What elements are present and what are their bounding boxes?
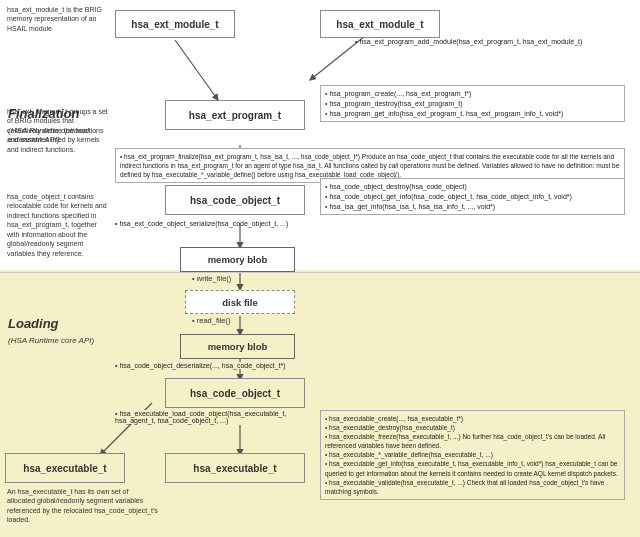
serialize-bullet: • hsa_ext_code_object_serialize(hsa_code… <box>115 220 325 227</box>
write-file-label: • write_file() <box>192 274 231 283</box>
deserialize-bullet: • hsa_code_object_deserialize(..., hsa_c… <box>115 362 325 369</box>
hsa-code-object-t-bottom-box: hsa_code_object_t <box>165 378 305 408</box>
program-funcs-bullets: hsa_program_create(..., hsa_ext_program_… <box>320 85 625 122</box>
load-code-obj-bullet: • hsa_executable_load_code_object(hsa_ex… <box>115 410 325 424</box>
executable-funcs-bullets: hsa_executable_create(..., hsa_executabl… <box>320 410 625 500</box>
hsa-ext-module-t-box-right: hsa_ext_module_t <box>320 10 440 38</box>
memory-blob-bottom-box: memory blob <box>180 334 295 359</box>
executable-desc: An hsa_executable_t has its own set of a… <box>5 485 160 527</box>
loading-title: Loading <box>8 315 59 333</box>
read-file-label: • read_file() <box>192 316 230 325</box>
program-desc: hsa_ext_program_t groups a set of BRIG m… <box>5 105 110 156</box>
hsa-ext-module-t-box-left: hsa_ext_module_t <box>115 10 235 38</box>
code-obj-funcs-bullets: hsa_code_object_destroy(hsa_code_object)… <box>320 178 625 215</box>
module-desc: hsa_ext_module_t is the BRIG memory repr… <box>5 3 110 35</box>
diagram-container: Finalization (HSA Runtime optional exten… <box>0 0 640 537</box>
hsa-code-object-t-top-box: hsa_code_object_t <box>165 185 305 215</box>
add-module-bullet: • hsa_ext_program_add_module(hsa_ext_pro… <box>355 38 605 45</box>
hsa-executable-t-right-box: hsa_executable_t <box>165 453 305 483</box>
code-object-desc: hsa_code_object_t contains relocatable c… <box>5 190 110 260</box>
hsa-executable-t-left-box: hsa_executable_t <box>5 453 125 483</box>
memory-blob-top-box: memory blob <box>180 247 295 272</box>
divider-line <box>0 272 640 273</box>
loading-subtitle: (HSA Runtime core API) <box>8 336 94 345</box>
hsa-ext-program-t-box: hsa_ext_program_t <box>165 100 305 130</box>
disk-file-box: disk file <box>185 290 295 314</box>
